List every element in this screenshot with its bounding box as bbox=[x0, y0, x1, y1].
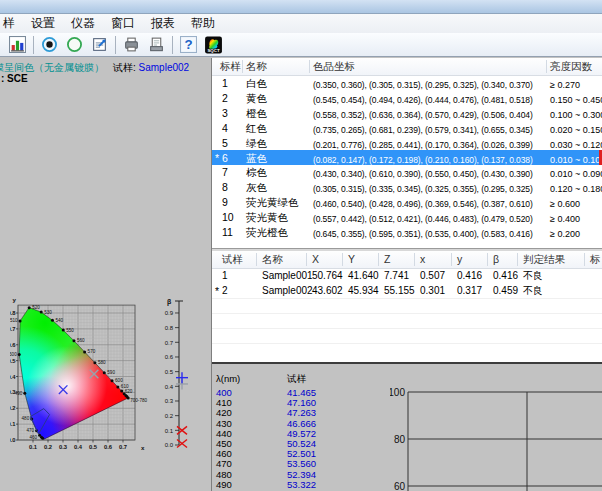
toolbar-chart-button[interactable] bbox=[5, 34, 30, 56]
locus-label-700: 700-780 bbox=[130, 398, 147, 403]
locus-label-530: 530 bbox=[44, 310, 52, 315]
header-separator bbox=[517, 253, 518, 266]
locus-dot-510 bbox=[19, 319, 22, 322]
toolbar-report-button[interactable] bbox=[87, 34, 112, 56]
sample-Y: 45.934 bbox=[348, 284, 379, 298]
sample-row-Sample001[interactable]: 1Sample00150.76441.6407.7410.5070.4160.4… bbox=[212, 268, 602, 283]
locus-label-600: 600 bbox=[115, 378, 123, 383]
standard-no: 2 bbox=[222, 91, 228, 105]
standard-no: 10 bbox=[222, 210, 234, 224]
y-tick-label: 0.1 bbox=[10, 421, 16, 427]
y-tick-label: 0.0 bbox=[10, 437, 16, 443]
sample-result: 不良 bbox=[523, 284, 543, 298]
menu-item-5[interactable]: 帮助 bbox=[183, 13, 223, 35]
toolbar-measure-sample-button[interactable] bbox=[62, 34, 87, 56]
toolbar: ? SQCT bbox=[0, 33, 602, 57]
standards-row-5[interactable]: 5绿色(0.201, 0.776), (0.285, 0.441), (0.17… bbox=[212, 135, 602, 150]
header-separator bbox=[242, 60, 243, 73]
x-tick-label: 0.6 bbox=[104, 444, 113, 450]
toolbar-print-preview-button[interactable] bbox=[144, 34, 169, 56]
standards-row-9[interactable]: 9荧光黄绿色(0.460, 0.540), (0.428, 0.496), (0… bbox=[212, 194, 602, 209]
header-separator bbox=[306, 253, 307, 266]
hollow-circle-icon bbox=[66, 36, 83, 53]
standards-header-3: 亮度因数 bbox=[550, 60, 592, 74]
standard-no: 5 bbox=[222, 136, 228, 150]
wavelength-value: 470 bbox=[216, 458, 232, 469]
standards-row-7[interactable]: 7棕色(0.430, 0.340), (0.610, 0.390), (0.55… bbox=[212, 164, 602, 179]
toolbar-sqct-logo[interactable]: SQCT bbox=[201, 34, 226, 56]
film-type-text: 膜呈间色（无金属镀膜） bbox=[0, 62, 104, 73]
menu-item-4[interactable]: 报表 bbox=[143, 13, 183, 35]
locus-dot-490 bbox=[23, 392, 26, 395]
standards-row-11[interactable]: 11荧光橙色(0.645, 0.355), (0.595, 0.351), (0… bbox=[212, 224, 602, 239]
printer-icon bbox=[123, 36, 140, 53]
standards-row-10[interactable]: 10荧光黄色(0.557, 0.442), (0.512, 0.421), (0… bbox=[212, 209, 602, 224]
samples-header-4: Z bbox=[384, 253, 390, 265]
standard-no: 3 bbox=[222, 106, 228, 120]
samples-table-header: 试样名称XYZxyβ判定结果标 bbox=[212, 251, 602, 269]
locus-dot-610 bbox=[116, 385, 119, 388]
locus-dot-600 bbox=[111, 379, 114, 382]
x-tick-label: 0.1 bbox=[29, 444, 38, 450]
sample-Y: 41.640 bbox=[348, 269, 379, 283]
menu-item-1[interactable]: 设置 bbox=[23, 13, 63, 35]
menu-item-0[interactable]: 样 bbox=[1, 13, 23, 35]
beta-tick-label: 0.5 bbox=[165, 369, 174, 375]
x-tick-label: 0.4 bbox=[74, 444, 83, 450]
standards-row-3[interactable]: 3橙色(0.558, 0.352), (0.636, 0.364), (0.57… bbox=[212, 105, 602, 120]
standards-row-4[interactable]: 4红色(0.735, 0.265), (0.681, 0.239), (0.57… bbox=[212, 120, 602, 135]
spectral-reflectance-chart: 1008060 bbox=[390, 380, 602, 491]
sample-name-value: Sample002 bbox=[139, 62, 190, 73]
bar-chart-icon bbox=[9, 36, 26, 53]
y-tick-label: 0.3 bbox=[10, 389, 16, 395]
toolbar-help-button[interactable]: ? bbox=[176, 34, 201, 56]
sample-row-Sample002[interactable]: *2Sample00243.60245.93455.1550.3010.3170… bbox=[212, 283, 602, 298]
locus-label-480: 480 bbox=[22, 416, 30, 421]
locus-dot-540 bbox=[51, 319, 54, 322]
standard-name: 绿色 bbox=[246, 136, 267, 150]
samples-header-1: 名称 bbox=[262, 253, 283, 267]
standard-name: 橙色 bbox=[246, 106, 267, 120]
chromaticity-panel: 膜呈间色（无金属镀膜）试样: Sample002 : SCE 460470480… bbox=[0, 58, 212, 491]
standards-row-1[interactable]: 1白色(0.350, 0.360), (0.305, 0.315), (0.29… bbox=[212, 75, 602, 90]
sample-label: 试样: bbox=[113, 62, 136, 73]
standards-row-2[interactable]: 2黄色(0.545, 0.454), (0.494, 0.426), (0.44… bbox=[212, 90, 602, 105]
help-question-icon: ? bbox=[180, 36, 197, 53]
samples-header-0: 试样 bbox=[222, 253, 243, 267]
standard-no: 8 bbox=[222, 180, 228, 194]
header-separator bbox=[451, 253, 452, 266]
svg-text:?: ? bbox=[184, 37, 192, 52]
standards-header-2: 色品坐标 bbox=[313, 60, 355, 74]
samples-header-8: 判定结果 bbox=[523, 253, 565, 267]
standards-row-8[interactable]: 8灰色(0.305, 0.315), (0.335, 0.345), (0.32… bbox=[212, 179, 602, 194]
locus-dot-500 bbox=[18, 353, 21, 356]
y-tick-label: 0.2 bbox=[10, 405, 16, 411]
standard-no: 6 bbox=[222, 151, 228, 165]
menu-item-2[interactable]: 仪器 bbox=[63, 13, 103, 35]
sample-column-header: 试样 bbox=[287, 373, 306, 386]
sqct-label: SQCT bbox=[207, 48, 219, 53]
locus-dot-550 bbox=[62, 329, 65, 332]
sample-x: 0.507 bbox=[420, 269, 445, 283]
standards-row-6[interactable]: *6蓝色(0.082, 0.147), (0.172, 0.198), (0.2… bbox=[212, 150, 602, 165]
header-separator bbox=[309, 60, 310, 73]
beta-tick-label: 0.9 bbox=[165, 310, 174, 316]
toolbar-print-button[interactable] bbox=[119, 34, 144, 56]
chart-y-label: 60 bbox=[394, 481, 406, 491]
locus-label-510: 510 bbox=[10, 318, 18, 323]
beta-tick-label: 0.8 bbox=[165, 325, 174, 331]
standard-name: 荧光黄绿色 bbox=[246, 195, 299, 209]
empty-row-line bbox=[212, 298, 602, 299]
header-separator bbox=[378, 253, 379, 266]
x-tick-label: 0.2 bbox=[44, 444, 52, 450]
beta-tick-label: 0.0 bbox=[165, 442, 174, 448]
selected-row-star: * bbox=[215, 151, 219, 165]
locus-label-520: 520 bbox=[32, 305, 40, 310]
header-separator bbox=[414, 253, 415, 266]
data-panels: 标样名称色品坐标亮度因数1白色(0.350, 0.360), (0.305, 0… bbox=[212, 58, 602, 491]
sample-Z: 55.155 bbox=[384, 284, 415, 298]
locus-dot-590 bbox=[103, 371, 106, 374]
menu-item-3[interactable]: 窗口 bbox=[103, 13, 143, 35]
toolbar-measure-standard-button[interactable] bbox=[37, 34, 62, 56]
standard-coords: (0.645, 0.355), (0.595, 0.351), (0.535, … bbox=[313, 227, 533, 241]
